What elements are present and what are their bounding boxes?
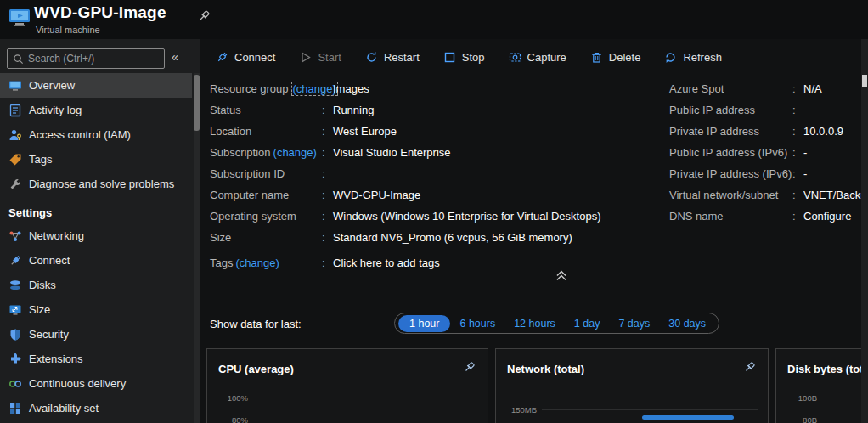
sidebar-item-extensions[interactable]: Extensions [0,347,192,371]
size-value: Standard NV6_Promo (6 vcpus, 56 GiB memo… [333,231,572,244]
disk-chart-card: Disk bytes (tota 100B 80B [775,348,864,423]
collapse-sidebar-button[interactable]: « [172,49,178,64]
sidebar-item-label: Networking [29,229,84,242]
azure-spot-value: N/A [803,82,822,95]
tick-label: 80B [786,415,817,423]
time-range-selector: 1 hour 6 hours 12 hours 1 day 7 days 30 … [394,313,719,334]
detail-row-subscription-id: Subscription ID : [210,163,601,184]
tags-icon [8,153,22,166]
detail-row-size: Size : Standard NV6_Promo (6 vcpus, 56 G… [210,227,601,248]
gridline [542,409,758,410]
sidebar: « Overview Activity log Access control (… [0,39,200,423]
computer-name-label: Computer name [210,189,322,201]
time-option-7-days[interactable]: 7 days [609,316,659,331]
search-input[interactable] [28,53,160,65]
colon: : [322,125,333,138]
tags-change-link[interactable]: (change) [235,257,279,269]
status-label: Status [210,104,322,116]
tick-label: 100B [786,393,817,403]
virtual-network-label: Virtual network/subnet [669,189,792,201]
time-option-12-hours[interactable]: 12 hours [504,316,565,331]
sidebar-item-availability-set[interactable]: Availability set [0,396,192,420]
refresh-button[interactable]: Refresh [664,51,722,64]
time-option-6-hours[interactable]: 6 hours [450,316,504,331]
sidebar-item-connect[interactable]: Connect [0,248,192,273]
time-option-1-day[interactable]: 1 day [565,316,610,331]
public-ipv6-value: - [803,146,807,159]
colon: : [322,82,333,95]
colon: : [322,231,333,244]
stop-button[interactable]: Stop [443,51,485,64]
capture-button[interactable]: Capture [509,51,566,64]
sidebar-item-label: Extensions [29,352,83,365]
dns-name-label: DNS name [669,210,792,223]
shield-icon [8,328,22,341]
subscription-change-link[interactable]: (change) [273,146,317,159]
collapse-essentials-icon[interactable] [555,268,568,282]
sidebar-item-disks[interactable]: Disks [0,273,192,297]
disks-icon [8,279,22,292]
detail-row-resource-group: Resource group(change) : Images [210,78,601,99]
dns-configure-link[interactable]: Configure [803,210,851,223]
network-chart-card: Network (total) 150MB [495,348,769,423]
start-button[interactable]: Start [299,51,341,64]
colon: : [322,146,333,159]
essentials-left-column: Resource group(change) : Images Status :… [210,78,601,274]
colon: : [322,167,333,180]
private-ipv6-value: - [803,167,807,180]
axis-tick: 100B [786,393,853,403]
resource-type-label: Virtual machine [36,25,100,35]
pin-icon[interactable] [743,361,756,374]
connect-button[interactable]: Connect [216,51,275,64]
sidebar-scrollbar-thumb[interactable] [194,75,200,131]
sidebar-item-diagnose[interactable]: Diagnose and solve problems [0,172,192,196]
sidebar-item-overview[interactable]: Overview [0,73,192,98]
restart-icon [365,51,378,64]
colon: : [322,210,333,223]
virtual-network-link[interactable]: VNET/Backnet [803,189,868,201]
colon: : [792,82,803,95]
gridline [253,398,477,398]
wrench-icon [8,178,22,191]
resource-group-label: Resource group [210,82,289,95]
resource-group-value-link[interactable]: Images [333,82,369,95]
restart-button[interactable]: Restart [365,51,420,64]
main-scrollbar-thumb[interactable] [862,75,867,87]
pin-icon[interactable] [463,361,476,374]
sidebar-item-label: Diagnose and solve problems [29,178,174,190]
gridline [253,420,477,420]
operating-system-label: Operating system [210,210,322,223]
sidebar-item-activity-log[interactable]: Activity log [0,98,192,122]
sidebar-item-security[interactable]: Security [0,322,192,347]
sidebar-search[interactable] [7,48,165,69]
activity-log-icon [8,104,22,117]
add-tags-link[interactable]: Click here to add tags [333,257,440,269]
stop-label: Stop [462,51,485,64]
sidebar-item-label: Continuous delivery [29,377,126,390]
refresh-icon [664,51,677,64]
tick-label: 100% [217,393,248,403]
public-ipv6-label: Public IP address (IPv6) [669,146,792,159]
sidebar-item-continuous-delivery[interactable]: Continuous delivery [0,371,192,396]
delete-button[interactable]: Delete [590,51,641,64]
pin-icon[interactable] [197,9,211,23]
time-option-30-days[interactable]: 30 days [659,316,715,331]
command-bar: Connect Start Restart Stop Capture Delet… [200,39,861,75]
trash-icon [590,51,603,64]
show-data-label: Show data for last: [210,318,302,330]
sidebar-item-networking[interactable]: Networking [0,223,192,248]
sidebar-item-label: Disks [29,279,56,291]
sidebar-item-label: Connect [29,254,70,267]
tick-label: 80% [217,415,248,423]
sidebar-item-tags[interactable]: Tags [0,147,192,172]
sidebar-item-access-control[interactable]: Access control (IAM) [0,122,192,147]
detail-row-subscription: Subscription(change) : Visual Studio Ent… [210,142,601,163]
operating-system-value: Windows (Windows 10 Enterprise for Virtu… [333,210,601,223]
time-option-1-hour[interactable]: 1 hour [398,315,450,332]
detail-row-operating-system: Operating system : Windows (Windows 10 E… [210,206,601,227]
subscription-value-link[interactable]: Visual Studio Enterprise [333,146,451,159]
sidebar-item-size[interactable]: Size [0,297,192,322]
capture-icon [509,51,521,64]
network-series-bar [642,415,734,420]
axis-tick: 100% [217,393,477,403]
